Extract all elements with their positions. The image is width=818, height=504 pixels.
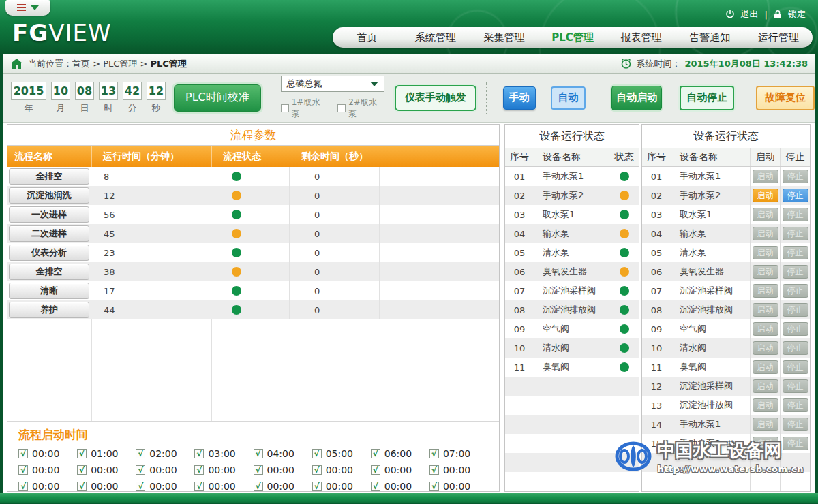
start-button[interactable]: 启动 (753, 398, 778, 412)
time-checkbox[interactable]: √ (77, 449, 87, 458)
auto-mode-button[interactable]: 自动 (551, 86, 586, 110)
plc-datetime-value[interactable]: 08 (75, 82, 94, 100)
status-dot-orange (620, 267, 629, 277)
stop-button[interactable]: 停止 (783, 379, 808, 393)
time-checkbox[interactable]: √ (371, 449, 380, 458)
stop-button[interactable]: 停止 (783, 265, 808, 279)
start-button[interactable]: 启动 (753, 418, 778, 431)
auto-stop-button[interactable]: 自动停止 (680, 86, 734, 110)
time-checkbox[interactable]: √ (429, 482, 439, 491)
nav-item-PLC管理[interactable]: PLC管理 (539, 31, 607, 44)
time-checkbox[interactable]: √ (254, 482, 263, 491)
stop-cell: 停止 (780, 224, 810, 243)
start-button[interactable]: 启动 (753, 246, 778, 259)
plc-datetime-value[interactable]: 13 (99, 82, 118, 100)
time-checkbox[interactable]: √ (136, 449, 145, 458)
nav-item-采集管理[interactable]: 采集管理 (470, 31, 539, 44)
start-button[interactable]: 启动 (753, 227, 778, 240)
time-checkbox[interactable]: √ (312, 449, 322, 458)
stop-button[interactable]: 停止 (783, 418, 808, 431)
start-time-item: √00:00 (77, 464, 136, 475)
start-button[interactable]: 启动 (753, 303, 778, 317)
start-button[interactable]: 启动 (753, 170, 778, 183)
runtime-value: 12 (91, 186, 211, 205)
time-checkbox[interactable]: √ (18, 465, 28, 475)
corner-menu-label-icon (17, 4, 26, 12)
time-checkbox[interactable]: √ (136, 465, 145, 475)
process-name-button[interactable]: 仪表分析 (9, 245, 89, 261)
start-cell: 启动 (750, 243, 780, 262)
process-name-button[interactable]: 沉淀池润洗 (9, 187, 89, 204)
start-button[interactable]: 启动 (753, 265, 778, 279)
status-dot-green (232, 305, 241, 315)
time-checkbox[interactable]: √ (312, 465, 322, 475)
pump-checkbox[interactable]: 2#取水泵 (337, 97, 385, 120)
nav-item-报表管理[interactable]: 报表管理 (607, 31, 676, 44)
pump-checkbox[interactable]: 1#取水泵 (281, 97, 329, 120)
meter-select[interactable]: 总磷总氮 (281, 76, 384, 92)
time-checkbox[interactable]: √ (254, 465, 263, 475)
status-cell (211, 205, 290, 224)
time-checkbox[interactable]: √ (371, 465, 380, 475)
stop-button[interactable]: 停止 (783, 246, 808, 259)
stop-button[interactable]: 停止 (783, 398, 808, 412)
time-checkbox[interactable]: √ (77, 482, 87, 491)
start-button[interactable]: 启动 (753, 379, 778, 393)
fault-reset-button[interactable]: 故障复位 (756, 86, 815, 110)
stop-button[interactable]: 停止 (783, 189, 808, 202)
breadcrumb-path[interactable]: 首页 > PLC管理 > (72, 59, 150, 69)
manual-mode-button[interactable]: 手动 (503, 86, 536, 110)
time-checkbox[interactable]: √ (18, 482, 28, 491)
time-checkbox[interactable]: √ (371, 482, 380, 491)
stop-button[interactable]: 停止 (783, 341, 808, 355)
process-name-button[interactable]: 清晰 (9, 283, 89, 299)
lock-button[interactable]: 锁定 (788, 8, 806, 20)
process-name-button[interactable]: 二次进样 (9, 225, 89, 242)
auto-start-button[interactable]: 自动启动 (611, 86, 662, 110)
stop-button[interactable]: 停止 (783, 303, 808, 317)
stop-button[interactable]: 停止 (783, 170, 808, 183)
start-button[interactable]: 启动 (753, 322, 778, 336)
time-checkbox[interactable]: √ (312, 482, 322, 491)
process-name-button[interactable]: 养护 (9, 302, 89, 318)
device-name: 臭氧阀 (534, 358, 609, 377)
stop-button[interactable]: 停止 (783, 322, 808, 336)
time-checkbox[interactable]: √ (254, 449, 263, 458)
nav-item-首页[interactable]: 首页 (333, 31, 402, 44)
meter-manual-trigger-button[interactable]: 仪表手动触发 (395, 85, 476, 111)
device-control-row: 03取水泵1启动停止 (642, 205, 810, 224)
time-checkbox[interactable]: √ (77, 465, 87, 475)
logout-button[interactable]: 退出 (741, 8, 759, 20)
time-checkbox[interactable]: √ (194, 465, 204, 475)
corner-menu-button[interactable] (5, 0, 50, 16)
process-name-button[interactable]: 全排空 (9, 264, 89, 280)
time-checkbox[interactable]: √ (18, 449, 28, 458)
stop-button[interactable]: 停止 (783, 360, 808, 374)
process-name-button[interactable]: 全排空 (9, 168, 89, 185)
start-button[interactable]: 启动 (753, 189, 778, 202)
time-checkbox[interactable]: √ (194, 449, 204, 458)
time-checkbox[interactable]: √ (136, 482, 145, 491)
watermark-url[interactable]: http://www.watersb.com.cn (657, 464, 804, 474)
time-checkbox[interactable]: √ (429, 449, 439, 458)
start-button[interactable]: 启动 (753, 360, 778, 374)
nav-item-告警通知[interactable]: 告警通知 (676, 31, 744, 44)
start-button[interactable]: 启动 (753, 284, 778, 298)
nav-item-系统管理[interactable]: 系统管理 (402, 31, 470, 44)
start-button[interactable]: 启动 (753, 341, 778, 355)
plc-time-calibrate-button[interactable]: PLC时间校准 (174, 84, 261, 112)
stop-button[interactable]: 停止 (783, 208, 808, 221)
plc-datetime-value[interactable]: 12 (147, 82, 166, 100)
stop-cell: 停止 (780, 415, 810, 434)
start-button[interactable]: 启动 (753, 208, 778, 221)
plc-datetime-value[interactable]: 10 (51, 82, 70, 100)
process-name-button[interactable]: 一次进样 (9, 206, 89, 223)
nav-item-运行管理[interactable]: 运行管理 (744, 31, 813, 44)
pump-checkbox-label: 2#取水泵 (348, 97, 385, 120)
time-checkbox[interactable]: √ (194, 482, 204, 491)
plc-datetime-value[interactable]: 42 (123, 82, 142, 100)
plc-datetime-value[interactable]: 2015 (11, 82, 46, 100)
stop-button[interactable]: 停止 (783, 227, 808, 240)
stop-button[interactable]: 停止 (783, 284, 808, 298)
time-checkbox[interactable]: √ (429, 465, 439, 475)
